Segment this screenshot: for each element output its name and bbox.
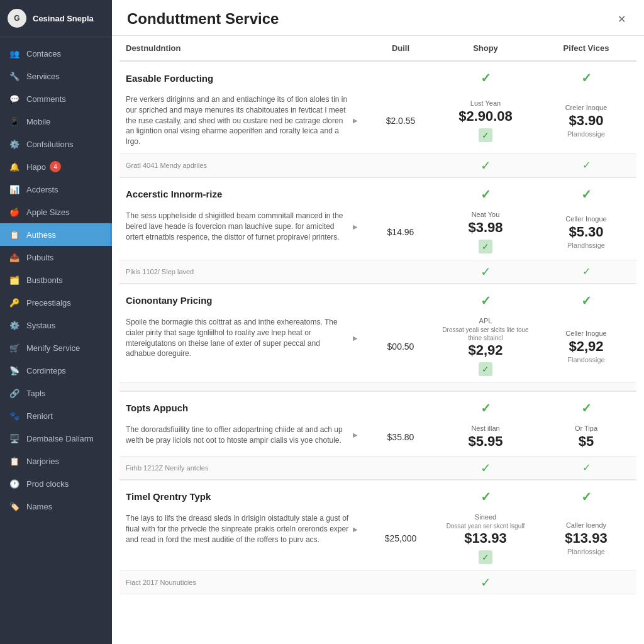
- basic-price-1: $14.96: [366, 206, 435, 260]
- shopy-checkbox-0[interactable]: ✓: [479, 128, 492, 142]
- sidebar-item-names[interactable]: 🏷️ Names: [0, 495, 112, 518]
- pifect-price-big-4: $13.93: [542, 530, 630, 547]
- sidebar-icon-precestialgs: 🔑: [9, 297, 20, 308]
- main-header: Conduttment Service ✕: [112, 0, 644, 36]
- section-header-1: Accerstic Innorm-rize ✓ ✓: [119, 177, 636, 206]
- sidebar-item-reniort[interactable]: 🐾 Reniort: [0, 404, 112, 427]
- sidebar-title: Cesinad Snepla: [33, 14, 94, 23]
- shopy-price-big-3: $5.95: [441, 433, 530, 450]
- pifect-price-col-3: Or Tipa $5: [536, 419, 636, 457]
- section-title-1: Accerstic Innorm-rize: [119, 177, 366, 206]
- scroll-btn-3[interactable]: ▶: [351, 425, 360, 446]
- desc-cell-2: Spoile the bormagie this colttrat as and…: [119, 312, 366, 383]
- sidebar-item-hapo[interactable]: 🔔 Hapo 4: [0, 155, 112, 178]
- sub-note-text-0: Gratl 4041 Mendy apdriles: [119, 153, 366, 177]
- sidebar-label-menify-service: Menify Service: [26, 343, 80, 353]
- pifect-price-label-2: Celler Inogue: [542, 330, 630, 337]
- section-basic-check-1: [366, 177, 435, 206]
- pifect-sub-4: Planrlossige: [542, 548, 630, 555]
- sidebar-item-menify-service[interactable]: 🛒 Menify Service: [0, 336, 112, 359]
- pifect-price-big-0: $3.90: [542, 113, 630, 129]
- shopy-checkbox-2[interactable]: ✓: [479, 362, 492, 376]
- sidebar-icon-pubults: 📤: [9, 252, 20, 263]
- sub-note-text-1: Pikis 1102/ Slep laved: [119, 260, 366, 284]
- sidebar-item-narjories[interactable]: 📋 Narjories: [0, 450, 112, 472]
- sidebar-icon-apple-sizes: 🍎: [9, 206, 20, 218]
- sidebar-header: G Cesinad Snepla: [0, 0, 112, 37]
- sub-note-basic-3: [366, 456, 435, 480]
- section-pifect-check-2: ✓: [536, 284, 636, 312]
- section-basic-check-2: [366, 284, 435, 312]
- sidebar-icon-cordinteps: 📡: [9, 365, 20, 376]
- sub-note-shopy-2: [435, 382, 536, 391]
- shopy-sublabel-2: Drossat yeali ser slclts lite toue thine…: [441, 326, 530, 342]
- pifect-price-col-1: Celler Inogue $5.30 Plandhssige: [536, 206, 636, 260]
- shopy-check-icon-1: ✓: [441, 187, 530, 202]
- close-button[interactable]: ✕: [614, 11, 629, 26]
- col-header-2: Shopy: [435, 36, 536, 61]
- sidebar-icon-menify-service: 🛒: [9, 342, 20, 353]
- basic-price-2: $00.50: [366, 312, 435, 383]
- scroll-btn-1[interactable]: ▶: [351, 211, 360, 242]
- section-title-3: Topts Appuch: [119, 391, 366, 419]
- sub-pifect-icon-3: ✓: [582, 462, 591, 473]
- sidebar-item-authess[interactable]: 📋 Authess: [0, 223, 112, 246]
- sidebar-item-cordinteps[interactable]: 📡 Cordinteps: [0, 359, 112, 382]
- sidebar-item-prod-clocks[interactable]: 🕐 Prod clocks: [0, 472, 112, 495]
- section-basic-check-0: [366, 61, 435, 89]
- desc-text-1: The sess uppheliside d shigiitled beam c…: [126, 211, 351, 242]
- sidebar-item-precestialgs[interactable]: 🔑 Precestialgs: [0, 291, 112, 314]
- sub-note-shopy-4: ✓: [435, 570, 536, 594]
- section-shopy-check-4: ✓: [435, 480, 536, 508]
- basic-price-0: $2.0.55: [366, 89, 435, 153]
- sidebar-icon-dembalse: 🖥️: [9, 433, 20, 444]
- sidebar-item-dembalse[interactable]: 🖥️ Dembalse Daliarm: [0, 427, 112, 450]
- sidebar-item-services[interactable]: 🔧 Serviices: [0, 65, 112, 87]
- section-shopy-check-2: ✓: [435, 284, 536, 312]
- pifect-price-big-3: $5: [542, 433, 630, 450]
- sidebar-item-apple-sizes[interactable]: 🍎 Apple Sizes: [0, 201, 112, 223]
- sidebar-item-mobile[interactable]: 📱 Mobile: [0, 110, 112, 133]
- detail-row-0: Pre verkers diriginns and an and entiach…: [119, 89, 636, 153]
- scroll-btn-0[interactable]: ▶: [351, 94, 360, 147]
- sidebar-label-narjories: Narjories: [26, 457, 59, 466]
- sub-note-pifect-2: [536, 382, 636, 391]
- shopy-checkbox-4[interactable]: ✓: [479, 550, 492, 564]
- sidebar-item-tapls[interactable]: 🔗 Tapls: [0, 382, 112, 404]
- sidebar-item-bustbonts[interactable]: 🗂️ Bustbonts: [0, 269, 112, 291]
- sub-note-basic-1: [366, 260, 435, 284]
- pifect-sub-0: Plandossige: [542, 130, 630, 138]
- sidebar-icon-mobile: 📱: [9, 116, 20, 127]
- sub-shopy-icon-4: ✓: [441, 575, 530, 590]
- section-header-4: Timel Qrentry Typk ✓ ✓: [119, 480, 636, 508]
- sub-note-shopy-0: ✓: [435, 153, 536, 177]
- sub-note-basic-4: [366, 570, 435, 594]
- sidebar-label-contacts: Contaces: [26, 49, 61, 58]
- section-pifect-check-4: ✓: [536, 480, 636, 508]
- shopy-price-label-1: Neat You: [441, 211, 530, 218]
- shopy-price-label-2: APL: [441, 317, 530, 325]
- section-shopy-check-3: ✓: [435, 391, 536, 419]
- pifect-price-col-2: Celler Inogue $2,92 Flandossige: [536, 312, 636, 383]
- scroll-btn-4[interactable]: ▶: [351, 513, 360, 545]
- sub-pifect-icon-1: ✓: [582, 266, 591, 277]
- section-header-3: Topts Appuch ✓ ✓: [119, 391, 636, 419]
- sidebar-item-comments[interactable]: 💬 Comments: [0, 87, 112, 110]
- sidebar-item-acdersts[interactable]: 📊 Acdersts: [0, 178, 112, 201]
- sidebar-item-systaus[interactable]: ⚙️ Systaus: [0, 314, 112, 336]
- sidebar-item-configurations[interactable]: ⚙️ Confsilutions: [0, 133, 112, 155]
- pricing-table: DestnuldntionDuillShopyPifect Vices Easa…: [119, 36, 636, 594]
- section-basic-check-4: [366, 480, 435, 508]
- sidebar-icon-prod-clocks: 🕐: [9, 478, 20, 489]
- sidebar-item-pubults[interactable]: 📤 Pubults: [0, 246, 112, 269]
- sidebar-label-systaus: Systaus: [26, 321, 55, 330]
- shopy-checkbox-1[interactable]: ✓: [479, 240, 492, 253]
- sidebar-label-bustbonts: Bustbonts: [26, 275, 63, 285]
- shopy-price-big-1: $3.98: [441, 219, 530, 236]
- pifect-check-icon-2: ✓: [542, 293, 630, 308]
- sidebar-item-contacts[interactable]: 👥 Contaces: [0, 42, 112, 65]
- scroll-btn-2[interactable]: ▶: [351, 317, 360, 359]
- pifect-check-icon-4: ✓: [542, 489, 630, 504]
- section-basic-check-3: [366, 391, 435, 419]
- sidebar-label-apple-sizes: Apple Sizes: [26, 208, 70, 217]
